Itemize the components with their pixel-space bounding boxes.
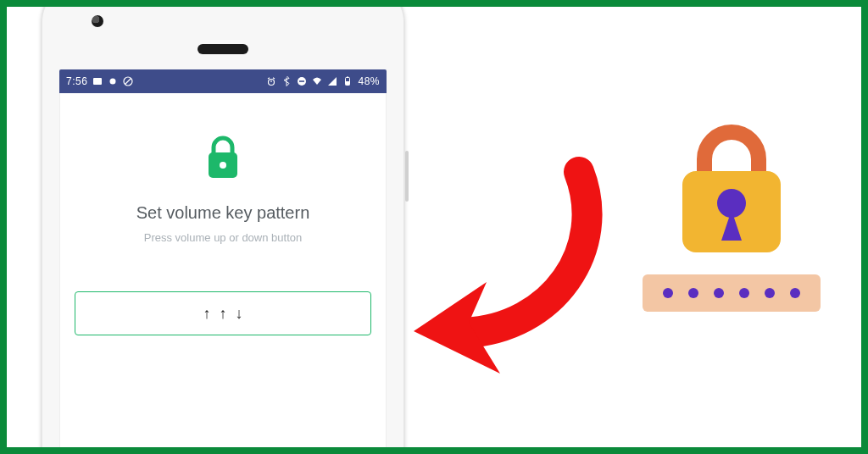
svg-rect-12 [346, 81, 350, 86]
alarm-icon [266, 76, 276, 86]
svg-line-7 [268, 78, 270, 79]
password-dot [765, 288, 775, 298]
picture-icon [92, 76, 103, 86]
lock-icon [203, 134, 242, 181]
arrow-up-icon: ↑ [203, 305, 211, 323]
password-dot [663, 288, 673, 298]
attention-arrow-icon [405, 155, 617, 375]
signal-icon [327, 76, 337, 86]
no-sync-icon [123, 76, 133, 86]
battery-icon [342, 76, 353, 86]
password-field-graphic [643, 274, 821, 312]
page-subtitle: Press volume up or down button [144, 231, 302, 244]
phone-screen: 7:56 [59, 69, 387, 454]
canvas: 7:56 [0, 0, 868, 454]
padlock-icon [664, 117, 799, 261]
password-dot [688, 288, 698, 298]
wifi-icon [312, 76, 322, 86]
front-camera [92, 15, 103, 27]
status-battery-pct: 48% [358, 75, 380, 87]
bluetooth-icon [281, 76, 292, 86]
phone-device: 7:56 [41, 0, 405, 454]
status-time: 7:56 [66, 75, 87, 87]
dnd-icon [297, 76, 307, 86]
lock-password-graphic [638, 117, 825, 337]
password-dot [714, 288, 724, 298]
svg-line-4 [125, 79, 131, 85]
arrow-up-icon: ↑ [220, 305, 227, 323]
svg-line-8 [273, 78, 275, 79]
status-bar: 7:56 [59, 69, 387, 93]
arrow-down-icon: ↓ [236, 305, 243, 323]
svg-rect-0 [93, 78, 102, 85]
earpiece [198, 44, 248, 54]
svg-point-2 [110, 79, 116, 85]
password-dot [739, 288, 749, 298]
svg-point-15 [220, 162, 226, 169]
page-title: Set volume key pattern [136, 203, 310, 223]
pattern-input[interactable]: ↑ ↑ ↓ [75, 291, 371, 335]
svg-rect-10 [299, 80, 304, 82]
dot-icon [108, 76, 118, 86]
app-content: Set volume key pattern Press volume up o… [59, 93, 387, 335]
password-dot [790, 288, 800, 298]
svg-rect-13 [347, 77, 348, 78]
